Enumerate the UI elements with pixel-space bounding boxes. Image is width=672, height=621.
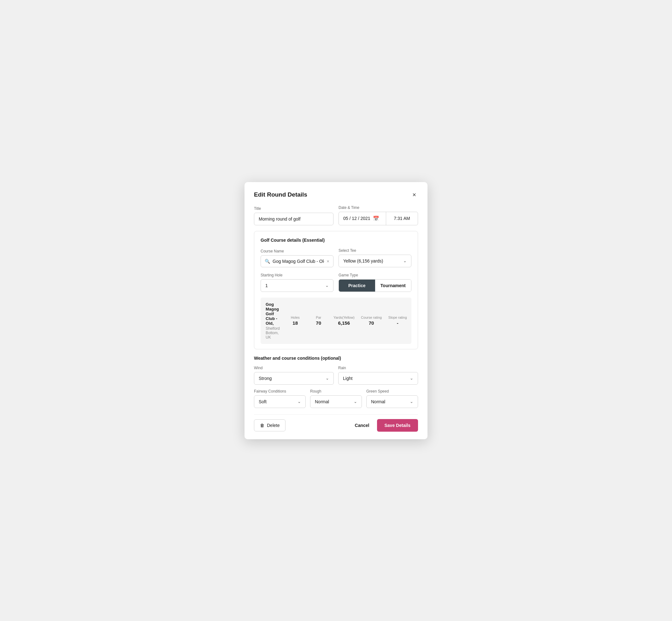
wind-value: Strong <box>259 376 271 381</box>
chevron-down-icon-6: ⌄ <box>354 399 357 404</box>
rough-label: Rough <box>310 389 362 394</box>
course-name-input[interactable] <box>272 259 324 264</box>
title-input[interactable] <box>254 213 333 225</box>
rough-dropdown[interactable]: Normal ⌄ <box>310 396 362 408</box>
rain-dropdown[interactable]: Light ⌄ <box>338 372 418 385</box>
course-name-label: Course Name <box>261 249 333 253</box>
green-speed-dropdown[interactable]: Normal ⌄ <box>366 396 418 408</box>
course-stat-course-rating: Course rating 70 <box>362 316 381 326</box>
hole-gametype-row: Starting Hole 1 ⌄ Game Type Practice Tou… <box>261 273 411 292</box>
save-button[interactable]: Save Details <box>377 419 418 432</box>
slope-rating-value: - <box>397 320 398 326</box>
chevron-down-icon-3: ⌄ <box>326 376 329 380</box>
wind-rain-row: Wind Strong ⌄ Rain Light ⌄ <box>254 366 418 385</box>
select-tee-group: Select Tee Yellow (6,156 yards) ⌄ <box>339 248 411 267</box>
title-label: Title <box>254 206 333 211</box>
slope-rating-label: Slope rating <box>388 316 407 319</box>
date-field[interactable]: 05 / 12 / 2021 📅 <box>339 212 386 225</box>
game-type-group: Game Type Practice Tournament <box>339 273 411 292</box>
green-speed-value: Normal <box>371 399 385 404</box>
par-value: 70 <box>316 320 321 326</box>
fairway-dropdown[interactable]: Soft ⌄ <box>254 396 306 408</box>
title-datetime-row: Title Date & Time 05 / 12 / 2021 📅 7:31 … <box>254 205 418 225</box>
chevron-down-icon-7: ⌄ <box>410 399 413 404</box>
weather-section-title: Weather and course conditions (optional) <box>254 356 418 361</box>
course-info-box: Gog Magog Golf Club - Old, Shelford Bott… <box>261 298 411 344</box>
cancel-button[interactable]: Cancel <box>350 420 375 431</box>
game-type-label: Game Type <box>339 273 411 277</box>
fairway-rough-green-row: Fairway Conditions Soft ⌄ Rough Normal ⌄… <box>254 389 418 408</box>
edit-round-modal: Edit Round Details × Title Date & Time 0… <box>245 182 427 439</box>
green-speed-group: Green Speed Normal ⌄ <box>366 389 418 408</box>
par-label: Par <box>316 316 321 319</box>
course-stat-slope-rating: Slope rating - <box>389 316 406 326</box>
chevron-down-icon: ⌄ <box>403 258 407 263</box>
select-tee-value: Yellow (6,156 yards) <box>343 258 383 263</box>
modal-header: Edit Round Details × <box>254 191 418 199</box>
rough-group: Rough Normal ⌄ <box>310 389 362 408</box>
time-value: 7:31 AM <box>394 216 410 221</box>
course-rating-label: Course rating <box>361 316 382 319</box>
course-stat-yards: Yards(Yellow) 6,156 <box>334 316 354 326</box>
datetime-group: Date & Time 05 / 12 / 2021 📅 7:31 AM <box>339 205 418 225</box>
course-name-field[interactable]: 🔍 × <box>261 255 333 267</box>
delete-button[interactable]: 🗑 Delete <box>254 419 286 431</box>
course-tee-row: Course Name 🔍 × Select Tee Yellow (6,156… <box>261 248 411 267</box>
starting-hole-dropdown[interactable]: 1 ⌄ <box>261 279 333 292</box>
tournament-button[interactable]: Tournament <box>375 280 411 292</box>
rough-value: Normal <box>315 399 329 404</box>
datetime-label: Date & Time <box>339 205 418 210</box>
chevron-down-icon-4: ⌄ <box>410 376 413 380</box>
title-group: Title <box>254 206 333 225</box>
course-rating-value: 70 <box>369 320 374 326</box>
rain-value: Light <box>343 376 352 381</box>
starting-hole-value: 1 <box>265 283 268 288</box>
starting-hole-group: Starting Hole 1 ⌄ <box>261 273 333 292</box>
course-info-name: Gog Magog Golf Club - Old, Shelford Bott… <box>266 302 280 339</box>
clear-course-button[interactable]: × <box>327 259 329 263</box>
calendar-icon: 📅 <box>373 215 379 221</box>
course-info-name-text: Gog Magog Golf Club - Old, <box>266 302 280 326</box>
select-tee-dropdown[interactable]: Yellow (6,156 yards) ⌄ <box>339 255 411 267</box>
course-stat-par: Par 70 <box>311 316 327 326</box>
wind-dropdown[interactable]: Strong ⌄ <box>254 372 334 385</box>
date-value: 05 / 12 / 2021 <box>343 216 370 221</box>
wind-group: Wind Strong ⌄ <box>254 366 334 385</box>
footer-row: 🗑 Delete Cancel Save Details <box>254 414 418 432</box>
golf-section-title: Golf Course details (Essential) <box>261 238 411 243</box>
delete-label: Delete <box>267 423 280 428</box>
practice-button[interactable]: Practice <box>339 280 375 292</box>
holes-label: Holes <box>291 316 300 319</box>
yards-value: 6,156 <box>338 320 350 326</box>
chevron-down-icon-5: ⌄ <box>297 399 301 404</box>
trash-icon: 🗑 <box>260 423 264 428</box>
time-field[interactable]: 7:31 AM <box>386 212 418 225</box>
select-tee-label: Select Tee <box>339 248 411 253</box>
modal-title: Edit Round Details <box>254 191 307 198</box>
wind-label: Wind <box>254 366 334 370</box>
fairway-label: Fairway Conditions <box>254 389 306 394</box>
golf-course-section: Golf Course details (Essential) Course N… <box>254 231 418 349</box>
holes-value: 18 <box>292 320 298 326</box>
course-info-location: Shelford Bottom, UK <box>266 326 280 339</box>
course-stat-holes: Holes 18 <box>287 316 303 326</box>
weather-section: Weather and course conditions (optional)… <box>254 356 418 408</box>
search-icon: 🔍 <box>265 259 270 264</box>
fairway-group: Fairway Conditions Soft ⌄ <box>254 389 306 408</box>
rain-label: Rain <box>338 366 418 370</box>
date-time-container: 05 / 12 / 2021 📅 7:31 AM <box>339 212 418 225</box>
game-type-toggle: Practice Tournament <box>339 279 411 292</box>
fairway-value: Soft <box>259 399 266 404</box>
rain-group: Rain Light ⌄ <box>338 366 418 385</box>
footer-right: Cancel Save Details <box>350 419 418 432</box>
chevron-down-icon-2: ⌄ <box>325 283 329 288</box>
starting-hole-label: Starting Hole <box>261 273 333 277</box>
green-speed-label: Green Speed <box>366 389 418 394</box>
course-name-group: Course Name 🔍 × <box>261 249 333 267</box>
close-button[interactable]: × <box>411 191 418 199</box>
yards-label: Yards(Yellow) <box>333 316 354 319</box>
